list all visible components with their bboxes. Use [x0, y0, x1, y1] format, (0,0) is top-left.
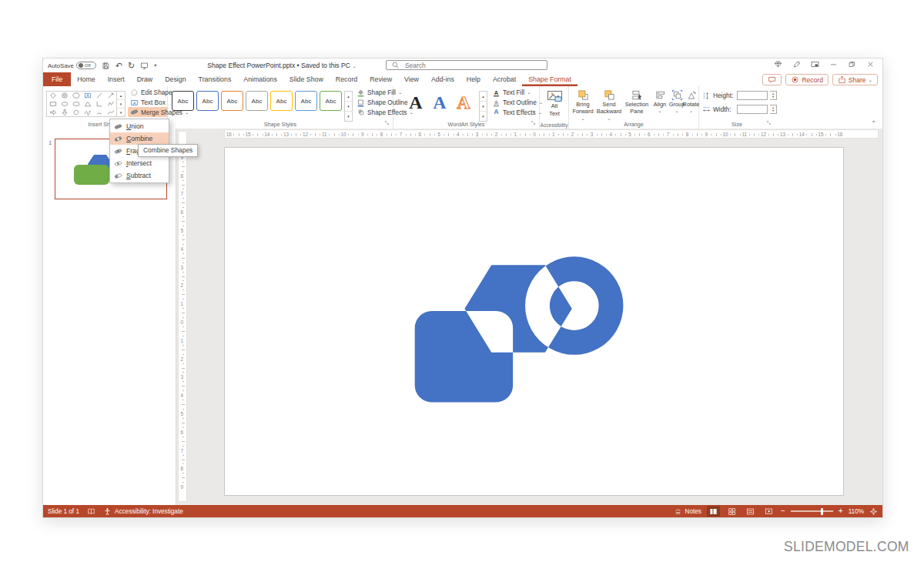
height-stepper[interactable]: ▴▾ [770, 91, 777, 100]
chevron-down-icon[interactable]: ⌄ [352, 63, 356, 69]
search-input[interactable] [403, 61, 542, 70]
diamond-icon[interactable] [774, 60, 782, 69]
redo-icon[interactable]: ↻ [128, 62, 135, 70]
zoom-slider-thumb[interactable] [821, 508, 824, 515]
tab-design[interactable]: Design [159, 72, 192, 86]
pen-icon[interactable] [792, 60, 801, 69]
edit-shape-button[interactable]: Edit Shape⌄ [128, 88, 168, 98]
shape-style-preset-3[interactable]: Abc [221, 91, 243, 111]
send-backward-button[interactable]: SendBackward⌄ [596, 89, 622, 122]
close-icon[interactable] [866, 60, 875, 69]
text-fill-button[interactable]: AText Fill⌄ [490, 88, 537, 98]
tab-transitions[interactable]: Transitions [192, 72, 238, 86]
shape-arrow-right[interactable] [47, 108, 59, 116]
shape-style-preset-7[interactable]: Abc [320, 91, 342, 111]
minimize-icon[interactable] [829, 60, 838, 69]
present-icon[interactable] [140, 62, 149, 70]
combined-shape[interactable] [415, 256, 624, 402]
tab-acrobat[interactable]: Acrobat [487, 72, 522, 86]
rotate-button[interactable]: Rotate⌄ [685, 89, 698, 114]
fit-slide-icon[interactable] [869, 507, 878, 516]
window-layout-icon[interactable] [811, 60, 819, 69]
styles-scroll[interactable]: ▴▾▾ [344, 91, 353, 122]
shape-textbox[interactable]: A [82, 92, 93, 100]
restore-icon[interactable] [848, 60, 856, 69]
menu-item-combine[interactable]: Combine [110, 132, 169, 145]
shape-style-preset-2[interactable]: Abc [196, 91, 219, 111]
wordart-scroll[interactable]: ▴▾▾ [479, 91, 487, 122]
shape-diamond[interactable] [47, 92, 59, 100]
text-outline-button[interactable]: AText Outline⌄ [490, 98, 537, 108]
shape-style-preset-4[interactable]: Abc [246, 91, 268, 111]
width-input[interactable] [737, 105, 768, 114]
shape-hexagon[interactable] [70, 92, 82, 100]
comments-button[interactable] [762, 74, 782, 85]
alt-text-button[interactable]: AltText [542, 90, 567, 124]
slide-canvas[interactable] [224, 147, 844, 496]
text-box-button[interactable]: AText Box [128, 98, 168, 108]
shape-line[interactable] [93, 92, 105, 100]
zoom-slider[interactable] [791, 510, 833, 512]
save-icon[interactable] [102, 62, 110, 70]
shape-arc[interactable] [93, 108, 105, 116]
dialog-launcher-icon[interactable] [767, 121, 773, 127]
menu-item-union[interactable]: Union [110, 120, 169, 132]
tab-review[interactable]: Review [363, 72, 398, 86]
shape-curve[interactable] [105, 108, 116, 116]
notes-button[interactable]: Notes [674, 507, 701, 516]
shape-style-preset-6[interactable]: Abc [295, 91, 317, 111]
shape-style-preset-5[interactable]: Abc [270, 91, 293, 111]
autosave-toggle[interactable]: AutoSave Off [48, 62, 96, 69]
share-button[interactable]: Share⌄ [832, 74, 878, 85]
menu-item-subtract[interactable]: Subtract [110, 169, 169, 182]
gallery-scroll[interactable]: ▴▾▾ [117, 91, 126, 117]
autosave-switch-icon[interactable]: Off [76, 62, 96, 69]
view-slideshow-button[interactable] [762, 506, 775, 517]
view-sorter-button[interactable] [725, 506, 738, 517]
slides-panel[interactable]: 1 [43, 129, 176, 505]
dialog-launcher-icon[interactable] [531, 121, 537, 127]
zoom-in-button[interactable]: + [839, 507, 843, 515]
tab-animations[interactable]: Animations [237, 72, 283, 86]
wordart-preset-2[interactable]: A [428, 90, 450, 115]
merge-shapes-button[interactable]: Merge Shapes⌄ [128, 107, 168, 117]
collapse-ribbon-icon[interactable]: ⌃ [871, 120, 876, 127]
tab-slide-show[interactable]: Slide Show [283, 72, 330, 86]
tab-file[interactable]: File [43, 72, 71, 86]
shape-donut[interactable] [59, 92, 70, 100]
shape-fill-button[interactable]: Shape Fill⌄ [354, 88, 393, 98]
tab-help[interactable]: Help [460, 72, 487, 86]
dialog-launcher-icon[interactable] [385, 121, 391, 127]
shape-elbow[interactable] [93, 100, 105, 109]
undo-icon[interactable]: ↶ [116, 62, 122, 70]
shape-triangle[interactable] [82, 100, 93, 109]
tab-add-ins[interactable]: Add-ins [425, 72, 460, 86]
tab-shape-format[interactable]: Shape Format [522, 72, 578, 86]
record-button[interactable]: Record [785, 74, 828, 85]
bring-forward-button[interactable]: BringForward⌄ [571, 89, 594, 122]
shape-arrow-down[interactable] [59, 108, 70, 116]
shape-rect[interactable] [47, 100, 59, 109]
shape-polyline[interactable] [105, 100, 116, 109]
tab-record[interactable]: Record [330, 72, 363, 86]
search-box[interactable] [386, 60, 547, 70]
shape-blob[interactable] [70, 108, 82, 116]
shape-arrow-line[interactable] [105, 92, 116, 100]
shape-gallery[interactable]: A [46, 91, 117, 117]
wordart-preset-1[interactable]: A [404, 90, 427, 115]
zoom-out-button[interactable]: − [781, 507, 785, 515]
height-input[interactable] [737, 91, 768, 100]
text-effects-button[interactable]: AText Effects⌄ [490, 107, 537, 117]
view-reading-button[interactable] [744, 506, 757, 517]
shape-outline-button[interactable]: Shape Outline⌄ [354, 98, 393, 108]
tab-insert[interactable]: Insert [102, 72, 131, 86]
shape-scribble[interactable] [82, 108, 93, 116]
shape-effects-button[interactable]: Shape Effects⌄ [354, 107, 393, 117]
selection-pane-button[interactable]: SelectionPane [624, 89, 650, 115]
align-button[interactable]: Align⌄ [651, 89, 669, 114]
shape-style-preset-1[interactable]: Abc [172, 91, 194, 111]
tab-view[interactable]: View [398, 72, 425, 86]
view-normal-button[interactable] [707, 506, 720, 517]
customize-qat-icon[interactable]: ▾ [154, 62, 156, 69]
width-stepper[interactable]: ▴▾ [770, 105, 777, 114]
